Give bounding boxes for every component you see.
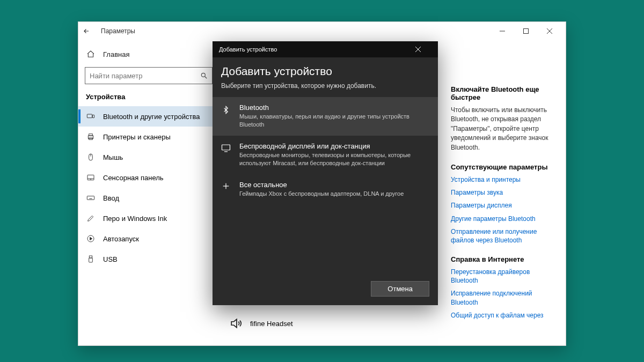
- nav-item-label: Bluetooth и другие устройства: [103, 113, 200, 121]
- svg-marker-23: [90, 237, 92, 240]
- option-everything-else[interactable]: Все остальное Геймпады Xbox с беспроводн…: [213, 174, 438, 204]
- device-name: fifine Headset: [250, 320, 293, 328]
- autoplay-icon: [86, 234, 96, 243]
- nav-item-label: Ввод: [103, 194, 119, 202]
- nav-item-typing[interactable]: Ввод: [78, 188, 219, 208]
- nav-item-usb[interactable]: USB: [78, 249, 219, 269]
- related-title: Сопутствующие параметры: [451, 163, 557, 171]
- mouse-icon: [86, 153, 96, 161]
- svg-rect-6: [87, 114, 92, 118]
- plus-icon: [220, 181, 232, 190]
- option-wireless-display[interactable]: Беспроводной дисплей или док-станция Бес…: [213, 136, 438, 174]
- svg-point-4: [201, 73, 205, 77]
- related-link[interactable]: Отправление или получение файлов через B…: [451, 227, 557, 245]
- speaker-icon: [230, 316, 244, 330]
- dialog-subtitle: Выберите тип устройства, которое нужно д…: [221, 82, 429, 90]
- option-title: Bluetooth: [239, 104, 430, 112]
- tip-text: Чтобы включить или выключить Bluetooth, …: [451, 106, 557, 152]
- search-icon: [200, 72, 208, 79]
- svg-rect-24: [89, 256, 92, 258]
- option-title: Все остальное: [239, 181, 430, 189]
- pen-icon: [86, 214, 96, 223]
- svg-rect-1: [524, 29, 529, 34]
- related-link[interactable]: Параметры звука: [451, 188, 557, 197]
- nav-section-title: Устройства: [78, 90, 219, 106]
- device-row[interactable]: fifine Headset: [230, 316, 293, 330]
- svg-rect-16: [87, 196, 94, 200]
- option-desc: Мыши, клавиатуры, перья или аудио и друг…: [239, 113, 430, 129]
- printer-icon: [86, 132, 96, 141]
- svg-rect-9: [89, 134, 93, 136]
- option-title: Беспроводной дисплей или док-станция: [239, 142, 430, 150]
- nav-item-touchpad[interactable]: Сенсорная панель: [78, 167, 219, 188]
- keyboard-icon: [86, 194, 96, 202]
- nav-home[interactable]: Главная: [78, 45, 219, 64]
- dialog-close-button[interactable]: [415, 47, 431, 52]
- related-link[interactable]: Параметры дисплея: [451, 201, 557, 210]
- cancel-button[interactable]: Отмена: [371, 281, 429, 297]
- maximize-button[interactable]: [514, 23, 538, 39]
- nav-item-label: Мышь: [103, 153, 123, 161]
- display-icon: [220, 142, 232, 153]
- svg-rect-7: [92, 115, 94, 117]
- nav-item-pen[interactable]: Перо и Windows Ink: [78, 208, 219, 228]
- nav-item-label: Принтеры и сканеры: [103, 133, 171, 141]
- nav-item-label: Сенсорная панель: [103, 174, 164, 182]
- dialog-titlebar-text: Добавить устройство: [219, 46, 277, 53]
- devices-icon: [86, 112, 96, 121]
- bluetooth-icon: [220, 104, 232, 115]
- svg-rect-29: [222, 145, 230, 150]
- nav-item-label: Перо и Windows Ink: [103, 215, 167, 223]
- add-device-dialog: Добавить устройство Добавить устройство …: [213, 41, 438, 305]
- back-button[interactable]: [83, 27, 99, 35]
- related-link[interactable]: Другие параметры Bluetooth: [451, 215, 557, 223]
- minimize-button[interactable]: [491, 23, 514, 39]
- svg-rect-25: [89, 258, 93, 262]
- search-input-container[interactable]: [85, 67, 213, 84]
- nav-home-label: Главная: [103, 50, 129, 58]
- nav-item-mouse[interactable]: Мышь: [78, 147, 219, 167]
- help-link[interactable]: Переустановка драйверов Bluetooth: [451, 268, 557, 285]
- app-title: Параметры: [101, 27, 135, 35]
- option-desc: Беспроводные мониторы, телевизоры и комп…: [239, 151, 430, 168]
- usb-icon: [86, 255, 96, 263]
- nav-item-label: USB: [103, 255, 118, 263]
- svg-marker-26: [231, 319, 237, 327]
- left-nav: Главная Устройства Bluetooth и другие ус…: [78, 40, 219, 345]
- svg-line-5: [205, 77, 207, 79]
- touchpad-icon: [86, 173, 96, 182]
- home-icon: [86, 50, 96, 58]
- nav-item-autoplay[interactable]: Автозапуск: [78, 228, 219, 249]
- search-input[interactable]: [90, 72, 200, 80]
- dialog-heading: Добавить устройство: [221, 65, 429, 78]
- option-bluetooth[interactable]: Bluetooth Мыши, клавиатуры, перья или ау…: [213, 97, 438, 136]
- nav-item-label: Автозапуск: [103, 235, 139, 243]
- help-link[interactable]: Исправление подключений Bluetooth: [451, 289, 557, 306]
- help-title: Справка в Интернете: [451, 255, 557, 263]
- close-button[interactable]: [538, 23, 561, 39]
- help-link[interactable]: Общий доступ к файлам через: [451, 311, 557, 320]
- dialog-titlebar: Добавить устройство: [213, 41, 438, 57]
- related-link[interactable]: Устройства и принтеры: [451, 175, 557, 184]
- nav-item-bluetooth[interactable]: Bluetooth и другие устройства: [78, 106, 219, 127]
- tip-title: Включайте Bluetooth еще быстрее: [451, 85, 557, 101]
- nav-item-printers[interactable]: Принтеры и сканеры: [78, 127, 219, 147]
- titlebar: Параметры: [78, 22, 566, 40]
- right-column: Включайте Bluetooth еще быстрее Чтобы вк…: [442, 40, 566, 345]
- option-desc: Геймпады Xbox с беспроводным адаптером, …: [239, 190, 430, 198]
